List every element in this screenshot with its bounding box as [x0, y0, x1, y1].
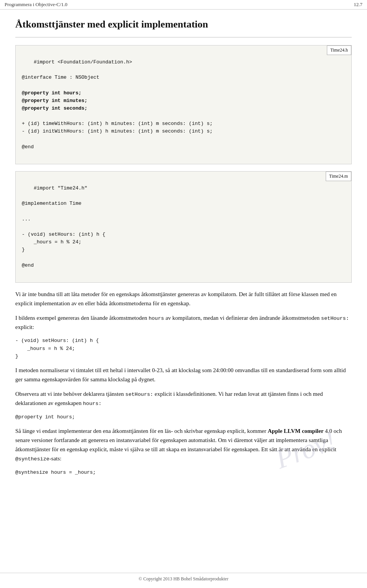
header-right: 12.7: [354, 2, 362, 8]
inline-property-block: @property int hours;: [15, 413, 352, 421]
inline-sethours-block: - (void) setHours: (int) h { _hours = h …: [15, 337, 352, 360]
page-title: Åtkomsttjänster med explicit implementat…: [15, 19, 352, 30]
code-block-time24h: Time24.h#import <Foundation/Foundation.h…: [15, 45, 352, 164]
code-text-1: #import <Foundation/Foundation.h> @inter…: [22, 59, 213, 150]
footer-text: © Copyright 2013 HB Bohel Smådatorproduk…: [139, 576, 229, 582]
inline-synthesize-keyword: @synthesize: [15, 456, 49, 462]
file-badge-2: Time24.m: [326, 172, 351, 181]
title-divider: [15, 37, 352, 37]
footer: © Copyright 2013 HB Bohel Smådatorproduk…: [0, 573, 367, 582]
code-block-time24m: Time24.m#import "Time24.h" @implementati…: [15, 171, 352, 283]
header-bar: Programmera i Objective-C/1.0 12.7: [0, 0, 367, 10]
paragraph-2: I bildens exempel genereras den läsande …: [15, 313, 352, 332]
paragraph-5: Så länge vi endast implementerar den ena…: [15, 426, 352, 463]
inline-sethours-2: setHours:: [125, 392, 153, 397]
header-left: Programmera i Objective-C/1.0: [5, 2, 67, 8]
inline-sethours: setHours:: [321, 316, 349, 321]
file-badge-1: Time24.h: [327, 45, 351, 55]
page-content: Åtkomsttjänster med explicit implementat…: [0, 10, 367, 505]
paragraph-1: Vi är inte bundna till att låta metoder …: [15, 290, 352, 308]
inline-hours: hours: [149, 316, 164, 321]
paragraph-3: I metoden normaliserar vi timtalet till …: [15, 366, 352, 384]
inline-hours-2: hours:: [83, 401, 102, 407]
paragraph-4: Observera att vi inte behöver deklarera …: [15, 389, 352, 408]
inline-synthesize-block: @synthesize hours = _hours;: [15, 469, 352, 476]
code-text-2: #import "Time24.h" @implementation Time …: [22, 185, 105, 268]
